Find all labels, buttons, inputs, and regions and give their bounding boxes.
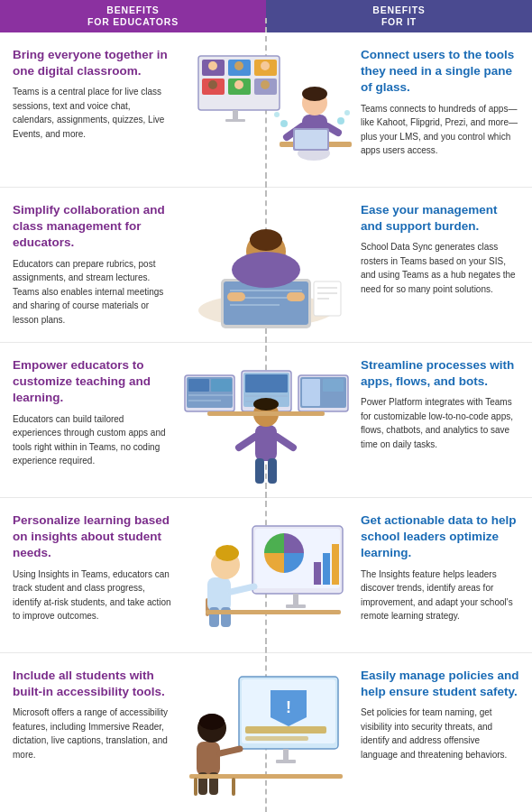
illus-5-svg: ! bbox=[180, 668, 352, 803]
svg-rect-69 bbox=[314, 562, 321, 585]
section-5-edu-desc: Microsoft offers a range of accessibilit… bbox=[13, 706, 171, 761]
section-1-it-desc: Teams connects to hundreds of apps—like … bbox=[361, 102, 519, 158]
svg-rect-76 bbox=[207, 577, 231, 612]
section-3-illus bbox=[180, 357, 352, 488]
section-3: Empower educators to customize teaching … bbox=[0, 343, 532, 498]
section-4-it-title: Get actionable data to help school leade… bbox=[361, 512, 519, 562]
section-4-illus bbox=[180, 512, 352, 643]
svg-point-7 bbox=[208, 61, 217, 70]
section-3-it-desc: Power Platform integrates with Teams for… bbox=[361, 395, 519, 451]
illus-4-svg bbox=[180, 512, 352, 643]
illus-3-svg bbox=[180, 357, 352, 488]
section-5: Include all students with built-in acces… bbox=[0, 653, 532, 812]
section-1-left: Bring everyone together in one digital c… bbox=[0, 47, 180, 178]
svg-text:!: ! bbox=[286, 698, 291, 716]
section-5-edu-title: Include all students with built-in acces… bbox=[13, 668, 171, 700]
svg-rect-37 bbox=[227, 292, 245, 301]
section-1-right: Connect users to the tools they need in … bbox=[352, 47, 532, 178]
section-1: Bring everyone together in one digital c… bbox=[0, 32, 532, 188]
svg-point-93 bbox=[199, 714, 225, 730]
svg-point-36 bbox=[232, 252, 300, 288]
svg-point-24 bbox=[280, 120, 288, 127]
svg-rect-70 bbox=[323, 553, 330, 585]
svg-point-11 bbox=[234, 80, 243, 89]
svg-point-27 bbox=[344, 110, 350, 115]
svg-rect-65 bbox=[207, 411, 325, 416]
svg-rect-89 bbox=[276, 760, 296, 763]
svg-rect-72 bbox=[293, 594, 298, 604]
svg-point-12 bbox=[261, 80, 270, 89]
section-4-right: Get actionable data to help school leade… bbox=[352, 512, 532, 643]
illus-1-svg bbox=[180, 47, 352, 178]
svg-rect-38 bbox=[287, 292, 305, 301]
section-5-it-desc: Set policies for team naming, get visibi… bbox=[361, 706, 519, 761]
section-2-edu-desc: Educators can prepare rubrics, post assi… bbox=[13, 257, 171, 328]
section-4-edu-title: Personalize learning based on insights a… bbox=[13, 512, 171, 562]
section-4-it-desc: The Insights feature helps leaders disco… bbox=[361, 567, 519, 623]
section-3-right: Streamline processes with apps, flows, a… bbox=[352, 357, 532, 488]
svg-rect-56 bbox=[302, 379, 320, 406]
header-edu: BENEFITS FOR EDUCATORS bbox=[0, 0, 266, 32]
section-2-illus bbox=[180, 202, 352, 333]
section-2-it-desc: School Data Sync generates class rosters… bbox=[361, 240, 519, 296]
svg-rect-14 bbox=[225, 119, 245, 122]
svg-point-60 bbox=[253, 398, 279, 411]
svg-rect-87 bbox=[245, 736, 308, 741]
svg-rect-13 bbox=[233, 110, 238, 119]
section-1-illus bbox=[180, 47, 352, 178]
svg-line-62 bbox=[277, 437, 293, 448]
section-3-edu-desc: Educators can build tailored experiences… bbox=[13, 412, 171, 468]
section-3-edu-title: Empower educators to customize teaching … bbox=[13, 357, 171, 407]
section-5-right: Easily manage policies and help ensure s… bbox=[352, 668, 532, 803]
section-2-it-title: Ease your management and support burden. bbox=[361, 202, 519, 235]
svg-point-35 bbox=[250, 229, 282, 251]
svg-rect-71 bbox=[332, 544, 339, 585]
svg-point-18 bbox=[302, 87, 327, 101]
section-4-left: Personalize learning based on insights a… bbox=[0, 512, 180, 643]
section-3-it-title: Streamline processes with apps, flows, a… bbox=[361, 357, 519, 390]
section-1-edu-desc: Teams is a central place for live class … bbox=[13, 85, 171, 141]
section-2-left: Simplify collaboration and class managem… bbox=[0, 202, 180, 333]
svg-rect-58 bbox=[255, 425, 277, 461]
svg-rect-63 bbox=[255, 458, 264, 484]
svg-rect-91 bbox=[197, 742, 220, 776]
svg-rect-46 bbox=[211, 379, 232, 392]
svg-rect-99 bbox=[232, 778, 235, 796]
svg-line-61 bbox=[239, 437, 255, 448]
section-1-it-title: Connect users to the tools they need in … bbox=[361, 47, 519, 97]
section-2: Simplify collaboration and class managem… bbox=[0, 188, 532, 343]
section-5-it-title: Easily manage policies and help ensure s… bbox=[361, 668, 519, 700]
svg-point-9 bbox=[261, 61, 270, 70]
section-4: Personalize learning based on insights a… bbox=[0, 498, 532, 653]
svg-line-79 bbox=[231, 586, 254, 592]
svg-rect-97 bbox=[189, 774, 343, 779]
illus-2-svg bbox=[180, 202, 352, 333]
section-5-illus: ! bbox=[180, 668, 352, 803]
svg-rect-57 bbox=[323, 379, 344, 392]
header-it: BENEFITS FOR IT bbox=[266, 0, 532, 32]
header-edu-text: BENEFITS FOR EDUCATORS bbox=[87, 5, 179, 27]
section-3-left: Empower educators to customize teaching … bbox=[0, 357, 180, 488]
section-2-edu-title: Simplify collaboration and class managem… bbox=[13, 202, 171, 252]
svg-rect-51 bbox=[245, 374, 288, 392]
svg-rect-88 bbox=[283, 749, 289, 760]
svg-rect-23 bbox=[295, 130, 327, 149]
svg-rect-45 bbox=[188, 379, 209, 392]
section-2-right: Ease your management and support burden.… bbox=[352, 202, 532, 333]
svg-rect-30 bbox=[224, 281, 308, 325]
svg-rect-64 bbox=[268, 458, 277, 484]
header-it-text: BENEFITS FOR IT bbox=[372, 5, 425, 27]
section-4-edu-desc: Using Insights in Teams, educators can t… bbox=[13, 567, 171, 623]
svg-rect-86 bbox=[245, 726, 326, 734]
svg-rect-82 bbox=[206, 610, 341, 614]
page: BENEFITS FOR EDUCATORS BENEFITS FOR IT B… bbox=[0, 0, 532, 812]
section-5-left: Include all students with built-in acces… bbox=[0, 668, 180, 803]
svg-rect-73 bbox=[286, 604, 306, 608]
svg-point-78 bbox=[216, 545, 239, 561]
section-1-edu-title: Bring everyone together in one digital c… bbox=[13, 47, 171, 79]
svg-point-8 bbox=[234, 61, 243, 70]
svg-point-26 bbox=[337, 117, 344, 125]
svg-line-94 bbox=[220, 749, 240, 753]
svg-point-25 bbox=[274, 112, 280, 117]
svg-rect-98 bbox=[194, 778, 197, 796]
